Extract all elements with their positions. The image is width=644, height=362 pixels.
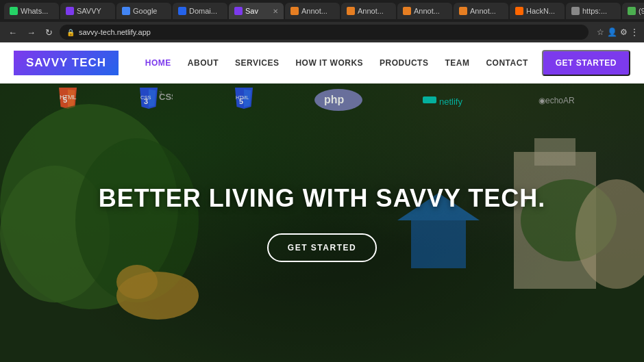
tab-favicon: [234, 7, 243, 15]
tab-label: Annot...: [414, 7, 440, 15]
star-icon[interactable]: ☆: [597, 27, 604, 37]
tab-label: Domai...: [189, 7, 217, 15]
logo: SAVVY TECH: [14, 51, 119, 75]
tab-label: https:...: [582, 7, 607, 15]
navbar-get-started-button[interactable]: GET STARTED: [542, 50, 630, 76]
website-content: SAVVY TECH HOME ABOUT SERVICES HOW IT WO…: [0, 42, 644, 362]
tab-annot2[interactable]: Annot...: [341, 3, 396, 19]
back-button[interactable]: ←: [5, 26, 20, 39]
tab-label: Whats...: [21, 7, 48, 15]
nav-links: HOME ABOUT SERVICES HOW IT WORKS PRODUCT…: [145, 58, 528, 68]
nav-how-it-works[interactable]: HOW IT WORKS: [295, 58, 363, 68]
address-bar-row: ← → ↻ 🔒 savvy-tech.netlify.app ☆ 👤 ⚙ ⋮: [0, 22, 644, 42]
tab-savvy[interactable]: SAVVY: [60, 3, 115, 19]
tab-label: (91%): [639, 7, 644, 15]
tab-annot4[interactable]: Annot...: [454, 3, 508, 19]
tab-label: Sav: [245, 7, 258, 15]
tab-close-icon[interactable]: ✕: [273, 8, 278, 15]
nav-about[interactable]: ABOUT: [188, 58, 219, 68]
reload-button[interactable]: ↻: [42, 26, 55, 39]
tab-annot1[interactable]: Annot...: [285, 3, 340, 19]
profile-icon[interactable]: 👤: [607, 27, 617, 37]
tab-label: Annot...: [358, 7, 384, 15]
tab-label: HackN...: [526, 7, 555, 15]
hero-content: BETTER LIVING WITH SAVVY TECH. GET START…: [0, 83, 644, 362]
tab-favicon: [515, 7, 523, 15]
tab-favicon: [459, 7, 467, 15]
browser-actions: ☆ 👤 ⚙ ⋮: [597, 27, 639, 37]
url-text: savvy-tech.netlify.app: [79, 28, 151, 36]
tab-favicon: [628, 7, 636, 15]
tab-bar: Whats... SAVVY Google Domai... Sav ✕ Ann…: [0, 0, 644, 22]
nav-home[interactable]: HOME: [145, 58, 171, 68]
tab-domain[interactable]: Domai...: [173, 3, 227, 19]
tab-favicon: [122, 7, 130, 15]
forward-button[interactable]: →: [24, 26, 38, 39]
hero-cta-button[interactable]: GET STARTED: [267, 233, 377, 262]
tab-favicon: [290, 7, 299, 15]
nav-contact[interactable]: CONTACT: [486, 58, 528, 68]
tab-favicon: [10, 7, 18, 15]
extensions-icon[interactable]: ⚙: [620, 27, 628, 37]
lock-icon: 🔒: [66, 29, 75, 36]
tab-label: Annot...: [301, 7, 327, 15]
tab-savvy-active[interactable]: Sav ✕: [229, 3, 284, 19]
tab-favicon: [178, 7, 186, 15]
tab-label: Google: [133, 7, 157, 15]
navbar: SAVVY TECH HOME ABOUT SERVICES HOW IT WO…: [0, 42, 644, 83]
tab-label: Annot...: [470, 7, 496, 15]
tab-favicon: [571, 7, 580, 15]
tab-whatsapp[interactable]: Whats...: [4, 3, 59, 19]
tab-https[interactable]: https:...: [566, 3, 621, 19]
tab-91[interactable]: (91%): [622, 3, 644, 19]
tab-hackn[interactable]: HackN...: [510, 3, 565, 19]
tab-favicon: [66, 7, 74, 15]
browser-chrome: Whats... SAVVY Google Domai... Sav ✕ Ann…: [0, 0, 644, 42]
tab-favicon: [347, 7, 355, 15]
tab-annot3[interactable]: Annot...: [397, 3, 452, 19]
menu-icon[interactable]: ⋮: [630, 27, 639, 37]
nav-products[interactable]: PRODUCTS: [380, 58, 428, 68]
tab-label: SAVVY: [77, 7, 101, 15]
tab-favicon: [403, 7, 411, 15]
address-bar[interactable]: 🔒 savvy-tech.netlify.app: [60, 25, 589, 40]
hero-title: BETTER LIVING WITH SAVVY TECH.: [99, 184, 546, 213]
nav-team[interactable]: TEAM: [445, 58, 469, 68]
tab-google[interactable]: Google: [116, 3, 171, 19]
nav-services[interactable]: SERVICES: [235, 58, 279, 68]
